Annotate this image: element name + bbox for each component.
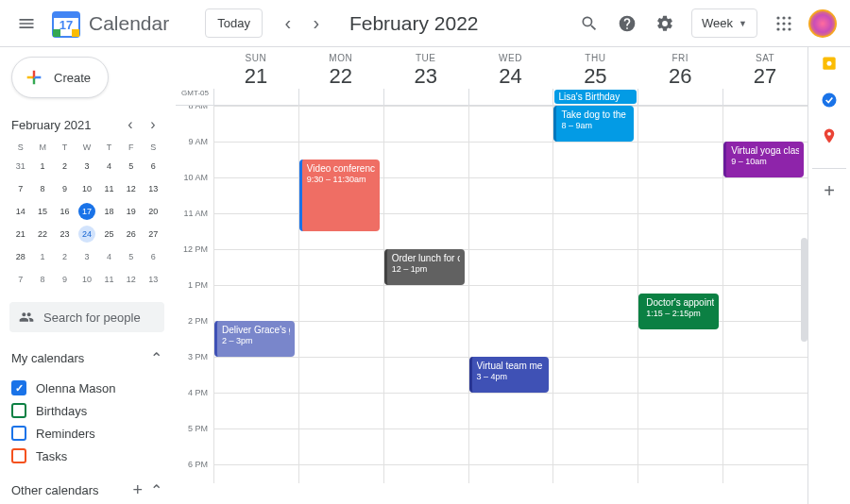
- mini-day[interactable]: 1: [31, 245, 53, 268]
- time-cell[interactable]: [722, 107, 808, 142]
- mini-day[interactable]: 7: [9, 177, 31, 200]
- time-cell[interactable]: [552, 322, 638, 357]
- time-cell[interactable]: [298, 107, 383, 142]
- add-calendar-button[interactable]: +: [132, 480, 143, 500]
- allday-cell[interactable]: [383, 89, 468, 105]
- time-cell[interactable]: [298, 429, 383, 464]
- mini-day[interactable]: 31: [9, 155, 31, 177]
- time-cell[interactable]: [213, 214, 298, 249]
- mini-day[interactable]: 8: [31, 177, 53, 200]
- time-grid[interactable]: 8 AM9 AM10 AM11 AM12 PM1 PM2 PM3 PM4 PM5…: [176, 106, 808, 483]
- time-cell[interactable]: [722, 286, 808, 321]
- time-cell[interactable]: [468, 214, 553, 249]
- allday-cell[interactable]: Lisa's Birthday: [552, 89, 638, 105]
- time-cell[interactable]: [213, 178, 298, 213]
- time-cell[interactable]: [213, 394, 298, 428]
- main-menu-button[interactable]: [8, 5, 45, 42]
- time-cell[interactable]: [722, 250, 808, 285]
- mini-day[interactable]: 5: [120, 245, 142, 268]
- mini-day[interactable]: 9: [54, 268, 76, 291]
- day-header[interactable]: TUE23: [383, 47, 468, 89]
- calendar-event[interactable]: Doctor's appoint1:15 – 2:15pm: [638, 294, 719, 329]
- time-cell[interactable]: [722, 429, 808, 464]
- time-cell[interactable]: [468, 429, 553, 464]
- day-header[interactable]: WED24: [468, 47, 553, 89]
- calendar-checkbox[interactable]: [11, 380, 26, 395]
- time-cell[interactable]: [552, 250, 638, 285]
- time-cell[interactable]: [468, 322, 553, 357]
- time-cell[interactable]: [638, 214, 722, 249]
- calendar-checkbox[interactable]: [11, 426, 26, 441]
- calendar-item[interactable]: Olenna Mason: [9, 377, 164, 399]
- mini-day[interactable]: 3: [76, 245, 97, 268]
- mini-day[interactable]: 18: [98, 200, 120, 223]
- day-header[interactable]: MON22: [298, 47, 383, 89]
- time-cell[interactable]: [638, 465, 722, 483]
- time-cell[interactable]: [213, 429, 298, 464]
- account-avatar[interactable]: [808, 9, 837, 38]
- time-cell[interactable]: [468, 465, 553, 483]
- mini-day[interactable]: 3: [76, 155, 97, 177]
- maps-icon[interactable]: [820, 126, 839, 145]
- time-cell[interactable]: [213, 250, 298, 285]
- mini-day[interactable]: 9: [54, 177, 76, 200]
- add-addon-button[interactable]: +: [812, 168, 846, 202]
- mini-day[interactable]: 12: [120, 268, 142, 291]
- time-cell[interactable]: [722, 214, 808, 249]
- time-cell[interactable]: [468, 178, 553, 213]
- calendar-event[interactable]: Take dog to the8 – 9am: [553, 106, 634, 142]
- time-cell[interactable]: [468, 286, 553, 321]
- time-cell[interactable]: [552, 286, 638, 321]
- mini-day[interactable]: 1: [31, 155, 53, 177]
- mini-day[interactable]: 10: [76, 177, 97, 200]
- time-cell[interactable]: [298, 394, 383, 428]
- time-cell[interactable]: [213, 358, 298, 393]
- mini-day[interactable]: 14: [9, 200, 31, 223]
- day-header[interactable]: THU25: [552, 47, 638, 89]
- allday-event[interactable]: Lisa's Birthday: [554, 90, 637, 104]
- mini-day[interactable]: 23: [54, 223, 76, 245]
- mini-day[interactable]: 17: [76, 200, 97, 223]
- time-cell[interactable]: [552, 429, 638, 464]
- time-cell[interactable]: [213, 143, 298, 177]
- time-cell[interactable]: [383, 465, 468, 483]
- search-button[interactable]: [572, 7, 606, 41]
- mini-day[interactable]: 6: [143, 245, 164, 268]
- mini-day[interactable]: 11: [98, 268, 120, 291]
- allday-cell[interactable]: [298, 89, 383, 105]
- time-cell[interactable]: [638, 358, 722, 393]
- time-cell[interactable]: [213, 107, 298, 142]
- time-cell[interactable]: [638, 250, 722, 285]
- create-button[interactable]: Create: [11, 57, 109, 98]
- time-cell[interactable]: [298, 286, 383, 321]
- calendar-item[interactable]: Birthdays: [9, 399, 164, 422]
- time-cell[interactable]: [638, 394, 722, 428]
- time-cell[interactable]: [468, 250, 553, 285]
- mini-day[interactable]: 11: [98, 177, 120, 200]
- calendar-event[interactable]: Virtual team me3 – 4pm: [469, 357, 550, 393]
- settings-button[interactable]: [648, 7, 682, 41]
- mini-day[interactable]: 20: [143, 200, 164, 223]
- mini-day[interactable]: 19: [120, 200, 142, 223]
- mini-day[interactable]: 4: [98, 155, 120, 177]
- allday-cell[interactable]: [638, 89, 722, 105]
- time-cell[interactable]: [298, 465, 383, 483]
- mini-day[interactable]: 10: [76, 268, 97, 291]
- other-calendars-header[interactable]: Other calendars + ⌃: [9, 477, 164, 504]
- time-cell[interactable]: [383, 107, 468, 142]
- time-cell[interactable]: [722, 178, 808, 213]
- mini-prev-button[interactable]: ‹: [121, 115, 140, 134]
- day-header[interactable]: FRI26: [638, 47, 722, 89]
- support-button[interactable]: [610, 7, 644, 41]
- mini-day[interactable]: 13: [143, 268, 164, 291]
- scrollbar[interactable]: [801, 238, 808, 342]
- mini-day[interactable]: 8: [31, 268, 53, 291]
- mini-day[interactable]: 5: [120, 155, 142, 177]
- time-cell[interactable]: [383, 214, 468, 249]
- google-apps-button[interactable]: [767, 7, 801, 41]
- calendar-item[interactable]: Reminders: [9, 422, 164, 445]
- time-cell[interactable]: [383, 286, 468, 321]
- time-cell[interactable]: [298, 322, 383, 357]
- day-header[interactable]: SUN21: [213, 47, 298, 89]
- keep-icon[interactable]: [820, 55, 839, 74]
